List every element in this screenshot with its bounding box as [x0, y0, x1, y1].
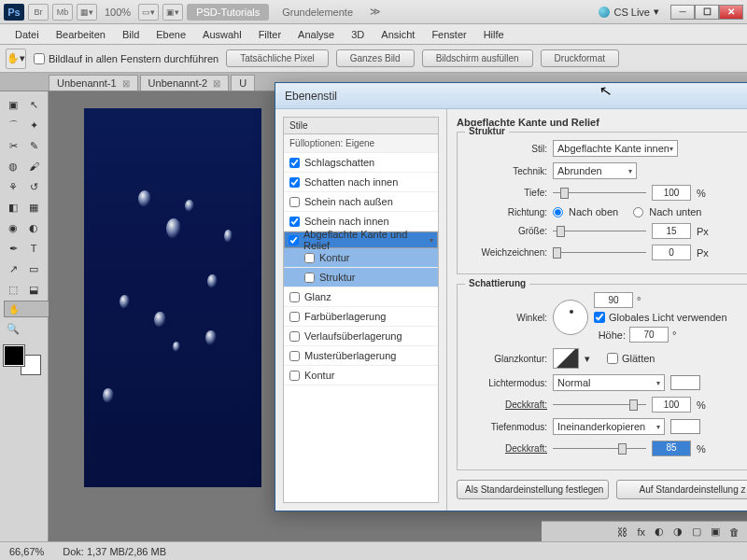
- chevron-down-icon[interactable]: ▾: [585, 353, 590, 365]
- menu-analyse[interactable]: Analyse: [290, 26, 342, 43]
- groesse-input[interactable]: [652, 223, 691, 239]
- technik-select[interactable]: Abrunden: [553, 162, 637, 179]
- wand-tool[interactable]: ✦: [24, 116, 43, 134]
- deck2-slider[interactable]: [553, 442, 646, 455]
- arrange-button[interactable]: ▭▾: [138, 4, 159, 21]
- menu-ebene[interactable]: Ebene: [148, 26, 193, 43]
- reset-default-button[interactable]: Auf Standardeinstellung z: [616, 480, 747, 499]
- more-workspaces-icon[interactable]: ≫: [366, 6, 385, 18]
- history-brush-tool[interactable]: ↺: [24, 177, 43, 196]
- tiefenmodus-select[interactable]: Ineinanderkopieren: [553, 418, 665, 435]
- actual-pixels-button[interactable]: Tatsächliche Pixel: [226, 49, 328, 67]
- style-color-overlay[interactable]: Farbüberlagerung: [284, 307, 438, 327]
- move-tool-icon[interactable]: ↖: [24, 95, 43, 114]
- style-inner-shadow[interactable]: Schatten nach innen: [284, 173, 438, 192]
- crop-tool[interactable]: ✂: [4, 136, 22, 155]
- link-icon[interactable]: ⛓: [617, 526, 627, 538]
- weich-input[interactable]: [652, 245, 691, 260]
- style-bevel-emboss[interactable]: Abgeflachte Kante und Relief: [284, 231, 438, 248]
- richtung-oben-radio[interactable]: [553, 207, 563, 217]
- mask-icon[interactable]: ◐: [655, 525, 664, 538]
- tiefe-input[interactable]: [652, 185, 691, 201]
- glaetten-checkbox[interactable]: Glätten: [607, 353, 655, 364]
- eyedropper-tool[interactable]: ✎: [24, 136, 43, 155]
- menu-filter[interactable]: Filter: [251, 26, 289, 43]
- print-size-button[interactable]: Druckformat: [541, 49, 619, 67]
- style-gradient-overlay[interactable]: Verlaufsüberlagerung: [284, 327, 438, 346]
- shape-tool[interactable]: ▭: [24, 259, 43, 278]
- new-layer-icon[interactable]: ▣: [711, 525, 720, 538]
- view-extras-button[interactable]: ▦▾: [77, 4, 97, 21]
- color-swatch[interactable]: [4, 345, 41, 375]
- doc-tab-2[interactable]: Unbenannt-2⊠: [140, 75, 230, 91]
- doc-tab-3[interactable]: U: [231, 75, 255, 91]
- groesse-slider[interactable]: [553, 225, 646, 238]
- make-default-button[interactable]: Als Standardeinstellung festlegen: [457, 480, 609, 499]
- blur-tool[interactable]: ◉: [4, 218, 22, 237]
- close-button[interactable]: ✕: [719, 5, 743, 20]
- doc-tab-1[interactable]: Unbenannt-1⊠: [49, 75, 138, 91]
- menu-datei[interactable]: Datei: [7, 26, 47, 43]
- minibridge-button[interactable]: Mb: [52, 4, 73, 21]
- highlight-color[interactable]: [670, 375, 700, 390]
- zoom-readout[interactable]: 66,67%: [9, 546, 44, 557]
- deck1-input[interactable]: [652, 397, 691, 413]
- style-drop-shadow[interactable]: Schlagschatten: [284, 153, 438, 173]
- folder-icon[interactable]: ▢: [692, 525, 701, 538]
- path-tool[interactable]: ↗: [4, 259, 22, 278]
- heal-tool[interactable]: ◍: [4, 157, 22, 175]
- style-fill-options[interactable]: Fülloptionen: Eigene: [284, 134, 438, 153]
- 3d-tool[interactable]: ⬚: [4, 280, 22, 299]
- workspace-tab-psd[interactable]: PSD-Tutorials: [187, 4, 269, 21]
- brush-tool[interactable]: 🖌: [24, 157, 43, 175]
- doc-size[interactable]: Dok: 1,37 MB/2,86 MB: [63, 546, 166, 557]
- menu-3d[interactable]: 3D: [344, 26, 372, 43]
- stamp-tool[interactable]: ⚘: [4, 177, 22, 196]
- style-satin[interactable]: Glanz: [284, 287, 438, 307]
- richtung-unten-radio[interactable]: [633, 207, 643, 217]
- workspace-tab-grund[interactable]: Grundelemente: [273, 4, 362, 21]
- style-pattern-overlay[interactable]: Musterüberlagerung: [284, 346, 438, 366]
- gradient-tool[interactable]: ▦: [24, 198, 43, 217]
- hand-tool-icon[interactable]: ✋▾: [6, 49, 26, 69]
- screenmode-button[interactable]: ▣▾: [162, 4, 183, 21]
- menu-hilfe[interactable]: Hilfe: [476, 26, 512, 43]
- hoehe-input[interactable]: [629, 327, 669, 343]
- maximize-button[interactable]: ☐: [695, 5, 719, 20]
- pen-tool[interactable]: ✒: [4, 239, 22, 258]
- dodge-tool[interactable]: ◐: [24, 218, 43, 237]
- angle-control[interactable]: [553, 300, 588, 335]
- weich-slider[interactable]: [553, 246, 646, 259]
- close-icon[interactable]: ⊠: [122, 78, 130, 89]
- 3d-cam-tool[interactable]: ⬓: [24, 280, 43, 299]
- minimize-button[interactable]: ─: [670, 5, 695, 20]
- cslive-label[interactable]: CS Live: [613, 7, 650, 18]
- style-outer-glow[interactable]: Schein nach außen: [284, 192, 438, 212]
- dialog-title[interactable]: Ebenenstil: [275, 83, 747, 109]
- adjustment-icon[interactable]: ◑: [673, 525, 683, 538]
- style-texture[interactable]: Struktur: [284, 268, 438, 287]
- fx-icon[interactable]: fx: [637, 526, 645, 538]
- stil-select[interactable]: Abgeflachte Kante innen: [553, 140, 678, 157]
- global-light-checkbox[interactable]: Globales Licht verwenden: [594, 312, 727, 323]
- zoom-tool[interactable]: 🔍: [4, 319, 22, 338]
- shadow-color[interactable]: [670, 419, 700, 434]
- type-tool[interactable]: T: [24, 239, 43, 258]
- lasso-tool[interactable]: ⌒: [4, 116, 22, 134]
- menu-ansicht[interactable]: Ansicht: [374, 26, 422, 43]
- menu-auswahl[interactable]: Auswahl: [195, 26, 249, 43]
- winkel-input[interactable]: [594, 292, 633, 308]
- menu-bearbeiten[interactable]: Bearbeiten: [49, 26, 113, 43]
- fill-screen-button[interactable]: Bildschirm ausfüllen: [422, 49, 533, 67]
- bridge-button[interactable]: Br: [28, 4, 49, 21]
- menu-fenster[interactable]: Fenster: [424, 26, 473, 43]
- eraser-tool[interactable]: ◧: [4, 198, 22, 217]
- gloss-contour-picker[interactable]: [553, 348, 579, 369]
- zoom-level[interactable]: 100%: [101, 7, 134, 18]
- tiefe-slider[interactable]: [553, 187, 646, 200]
- deck1-slider[interactable]: [553, 399, 646, 412]
- fit-screen-button[interactable]: Ganzes Bild: [336, 49, 415, 67]
- move-tool[interactable]: ▣: [4, 95, 22, 114]
- trash-icon[interactable]: 🗑: [729, 526, 740, 538]
- lichtermodus-select[interactable]: Normal: [553, 374, 665, 391]
